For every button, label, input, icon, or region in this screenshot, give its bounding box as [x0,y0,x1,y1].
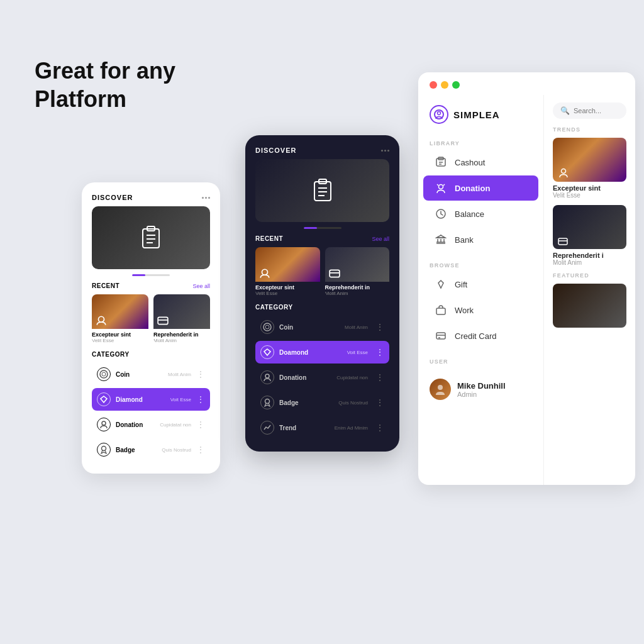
hero-image-dark [255,159,389,222]
svg-rect-6 [158,317,168,324]
user-profile[interactable]: Mike Dunhill Admin [418,372,543,406]
item-menu-icon[interactable]: ⋮ [196,395,205,404]
category-coin-dark[interactable]: Coin Molit Anim ⋮ [255,316,389,338]
search-bar[interactable]: 🔍 [553,103,626,119]
trend-icon-1 [558,167,569,178]
logo-icon [430,105,448,124]
page-background: Great for any Platform DISCOVER [0,0,644,644]
trend-item[interactable]: Reprehenderit i Molit Anim [553,205,626,266]
user-avatar [430,379,451,400]
gift-icon [435,278,447,291]
svg-point-22 [265,325,269,329]
sidebar-item-gift[interactable]: Gift [423,272,538,297]
see-all-dark[interactable]: See all [372,236,389,242]
item-menu-icon-dark[interactable]: ⋮ [375,397,384,408]
category-diamond[interactable]: Diamond Voit Esse ⋮ [92,388,210,411]
item-menu-icon-dark[interactable]: ⋮ [375,347,384,357]
search-input[interactable] [574,107,619,114]
sidebar-item-cashout[interactable]: Cashout [423,150,538,175]
user-name: Mike Dunhill [457,381,506,391]
item-menu-icon[interactable]: ⋮ [196,370,205,379]
recent-item-sub-dark: Velit Esse [255,291,320,296]
svg-point-48 [562,169,566,174]
work-label: Work [455,306,474,315]
trend-image-1 [553,138,626,182]
recent-grid: Excepteur sint Velit Esse Reprehenderit … [92,294,210,343]
close-button[interactable] [430,81,437,89]
recent-item[interactable]: Reprehenderit in Molit Anim [153,294,210,343]
donation-icon-dark [260,370,274,384]
traffic-lights [418,72,635,95]
svg-point-32 [439,185,443,189]
item-menu-icon-dark[interactable]: ⋮ [375,322,384,332]
trend-sub-1: Velit Esse [553,192,626,199]
recent-item-dark[interactable]: Excepteur sint Velit Esse [255,247,320,296]
clipboard-icon [140,226,162,250]
minimize-button[interactable] [441,81,448,89]
more-options-icon-dark[interactable] [381,150,389,152]
library-section-label: LIBRARY [418,136,543,149]
browse-section-label: BROWSE [418,258,543,271]
diamond-icon [97,392,111,406]
maximize-button[interactable] [452,81,460,89]
diamond-label: Diamond [116,396,165,403]
sidebar-item-balance[interactable]: Balance [423,201,538,226]
more-options-icon[interactable] [202,197,210,199]
svg-rect-43 [436,308,445,314]
category-coin[interactable]: Coin Molit Anim ⋮ [92,363,210,386]
badge-icon [97,443,111,457]
trend-title-2: Reprehenderit i [553,252,626,259]
category-diamond-dark[interactable]: Doamond Voit Esse ⋮ [255,341,389,364]
trend-item[interactable]: Excepteur sint Velit Esse [553,138,626,199]
coin-icon [97,367,111,381]
discover-header-dark: DISCOVER [255,147,389,154]
trend-label-dark: Trend [279,425,321,431]
featured-label: FEATURED [553,272,626,279]
right-panel: 🔍 TRENDS Excepteur sint Veli [544,95,635,485]
sidebar-item-credit-card[interactable]: Credit Card [423,323,538,348]
discover-title-dark: DISCOVER [255,147,296,154]
trend-icon-dark [260,421,274,435]
recent-item-sub-dark: Molit Anim [325,291,390,296]
recent-item-dark[interactable]: Reprehenderit in Molit Anim [325,247,390,296]
recent-item[interactable]: Excepteur sint Velit Esse [92,294,148,343]
category-donation-dark[interactable]: Donation Cupidatat non ⋮ [255,366,389,389]
progress-dark [255,227,389,229]
sidebar-item-bank[interactable]: Bank [423,227,538,252]
donation-sidebar-label: Donation [455,184,490,193]
balance-icon [435,208,447,220]
user-info: Mike Dunhill Admin [457,381,506,398]
sidebar-item-donation[interactable]: Donation [423,175,538,201]
mobile-card-light: DISCOVER RECENT See all [82,182,220,474]
item-menu-icon-dark[interactable]: ⋮ [375,372,384,382]
recent-header: RECENT See all [92,282,210,289]
main-heading: Great for any Platform [35,57,175,113]
category-badge-dark[interactable]: Badge Quis Nostrud ⋮ [255,391,389,414]
svg-point-18 [262,269,268,275]
svg-rect-44 [436,333,445,339]
badge-label: Badge [116,447,157,453]
item-menu-icon[interactable]: ⋮ [196,420,205,429]
category-donation[interactable]: Donation Cupidatat non ⋮ [92,413,210,436]
item-menu-icon-dark[interactable]: ⋮ [375,423,384,433]
trend-image-2 [553,205,626,249]
trend-sub-2: Molit Anim [553,259,626,266]
featured-item[interactable] [553,284,626,328]
gift-label: Gift [455,280,467,289]
sidebar-item-work[interactable]: Work [423,297,538,323]
item-menu-icon[interactable]: ⋮ [196,445,205,454]
category-badge[interactable]: Badge Quis Nostrud ⋮ [92,438,210,461]
hero-image [92,206,210,269]
cashout-icon [435,156,447,169]
user-section-label: USER [418,355,543,367]
svg-marker-10 [101,396,107,402]
see-all-button[interactable]: See all [192,283,210,289]
bank-label: Bank [455,235,474,245]
discover-header: DISCOVER [92,194,210,201]
donation-icon-small [96,315,107,326]
category-trend-dark[interactable]: Trend Enim Ad Minim ⋮ [255,416,389,439]
svg-point-21 [264,323,271,331]
cashout-label: Cashout [455,158,485,167]
svg-point-25 [265,399,270,404]
recent-label: RECENT [92,282,119,289]
